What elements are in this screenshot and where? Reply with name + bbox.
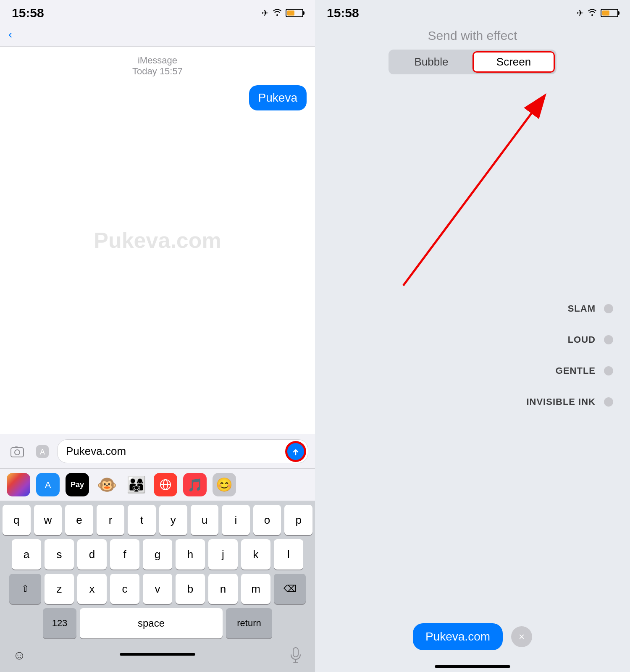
imessage-label: iMessage — [8, 55, 307, 66]
key-delete[interactable]: ⌫ — [274, 574, 306, 604]
keyboard-row-3: ⇧ z x c v b n m ⌫ — [3, 574, 312, 604]
photos-app-icon[interactable] — [7, 473, 30, 496]
app-row: A Pay 🐵 👨‍👩‍👧 🎵 😊 — [0, 468, 315, 501]
effect-tabs: Bubble Screen — [388, 50, 556, 74]
camera-icon[interactable] — [7, 441, 28, 462]
globe-app-icon[interactable] — [154, 473, 177, 496]
keyboard-row-4: 123 space return — [3, 608, 312, 638]
battery-icon-right — [601, 9, 618, 17]
key-e[interactable]: e — [65, 505, 93, 535]
home-indicator-left — [120, 653, 195, 656]
airplane-icon: ✈ — [262, 8, 269, 18]
key-g[interactable]: g — [143, 539, 172, 570]
wifi-icon-right — [587, 8, 597, 18]
key-k[interactable]: k — [241, 539, 270, 570]
key-c[interactable]: c — [110, 574, 139, 604]
svg-rect-0 — [11, 448, 24, 457]
left-panel: 15:58 ✈ ‹ iMessage Today 15:57 Pukeva — [0, 0, 315, 672]
send-button-wrapper — [286, 442, 305, 461]
status-icons-right: ✈ — [577, 8, 618, 18]
key-y[interactable]: y — [159, 505, 187, 535]
watermark: Pukeva.com — [94, 228, 221, 253]
memoji-app-icon[interactable]: 🐵 — [95, 473, 118, 496]
animoji-app-icon[interactable]: 👨‍👩‍👧 — [124, 473, 148, 496]
key-h[interactable]: h — [176, 539, 205, 570]
imessage-time: Today 15:57 — [8, 66, 307, 77]
keyboard-row-2: a s d f g h j k l — [3, 539, 312, 570]
keyboard: q w e r t y u i o p a s d f g h j k l ⇧ … — [0, 501, 315, 643]
key-a[interactable]: a — [12, 539, 41, 570]
key-space[interactable]: space — [80, 608, 223, 638]
nav-bar: ‹ — [0, 24, 315, 47]
key-u[interactable]: u — [191, 505, 219, 535]
key-numbers[interactable]: 123 — [43, 608, 76, 638]
status-bar-left: 15:58 ✈ — [0, 0, 315, 24]
key-shift[interactable]: ⇧ — [9, 574, 41, 604]
more-app-icon[interactable]: 😊 — [213, 473, 236, 496]
key-r[interactable]: r — [97, 505, 125, 535]
svg-text:A: A — [40, 448, 45, 456]
effect-item-slam[interactable]: SLAM — [332, 303, 613, 314]
bottom-bubble-area: Pukeva.com × — [315, 623, 630, 663]
time-right: 15:58 — [327, 6, 359, 20]
key-x[interactable]: x — [77, 574, 107, 604]
key-i[interactable]: i — [222, 505, 250, 535]
right-panel: 15:58 ✈ Send with effect Bubble Screen S… — [315, 0, 630, 672]
cancel-bubble-button[interactable]: × — [511, 626, 532, 647]
key-t[interactable]: t — [128, 505, 156, 535]
bottom-bubble: Pukeva.com — [413, 623, 503, 650]
keyboard-bottom-row: ☺ — [0, 643, 315, 672]
svg-point-1 — [15, 450, 20, 455]
status-icons-left: ✈ — [262, 8, 303, 18]
svg-text:A: A — [45, 480, 51, 490]
tab-screen[interactable]: Screen — [472, 51, 555, 73]
effect-dot-slam — [604, 304, 613, 313]
battery-icon-left — [286, 9, 303, 17]
key-q[interactable]: q — [3, 505, 31, 535]
key-o[interactable]: o — [253, 505, 281, 535]
messages-area: iMessage Today 15:57 Pukeva Pukeva.com — [0, 47, 315, 434]
message-input-text[interactable]: Pukeva.com — [66, 445, 283, 458]
key-j[interactable]: j — [208, 539, 238, 570]
key-f[interactable]: f — [110, 539, 139, 570]
applepay-app-icon[interactable]: Pay — [66, 473, 89, 496]
svg-rect-2 — [15, 446, 18, 448]
key-m[interactable]: m — [241, 574, 270, 604]
back-button[interactable]: ‹ — [8, 28, 12, 41]
send-button[interactable] — [286, 442, 305, 461]
time-left: 15:58 — [12, 6, 44, 20]
home-indicator-right — [435, 665, 510, 668]
effect-dot-gentle — [604, 366, 613, 375]
effect-dot-invisible-ink — [604, 397, 613, 407]
effects-list: SLAM LOUD GENTLE INVISIBLE INK — [315, 87, 630, 623]
key-n[interactable]: n — [208, 574, 238, 604]
send-effect-title: Send with effect — [315, 29, 630, 43]
effect-name-slam: SLAM — [568, 303, 596, 314]
key-l[interactable]: l — [274, 539, 303, 570]
effect-name-loud: LOUD — [568, 334, 596, 345]
key-v[interactable]: v — [143, 574, 172, 604]
effect-name-invisible-ink: INVISIBLE INK — [526, 396, 596, 407]
appstore-app-icon[interactable]: A — [36, 473, 60, 496]
effect-dot-loud — [604, 335, 613, 344]
effect-name-gentle: GENTLE — [556, 365, 596, 376]
appstore-icon[interactable]: A — [32, 441, 53, 462]
message-input-wrapper[interactable]: Pukeva.com — [57, 439, 308, 463]
imessage-header: iMessage Today 15:57 — [8, 55, 307, 77]
effect-item-loud[interactable]: LOUD — [332, 334, 613, 345]
svg-rect-9 — [293, 648, 298, 657]
input-toolbar: A Pukeva.com — [0, 434, 315, 468]
emoji-icon[interactable]: ☺ — [7, 643, 32, 668]
key-s[interactable]: s — [45, 539, 74, 570]
music-app-icon[interactable]: 🎵 — [183, 473, 207, 496]
effect-item-gentle[interactable]: GENTLE — [332, 365, 613, 376]
key-w[interactable]: w — [34, 505, 62, 535]
key-z[interactable]: z — [45, 574, 74, 604]
key-return[interactable]: return — [226, 608, 272, 638]
effect-item-invisible-ink[interactable]: INVISIBLE INK — [332, 396, 613, 407]
key-b[interactable]: b — [176, 574, 205, 604]
key-p[interactable]: p — [284, 505, 312, 535]
tab-bubble[interactable]: Bubble — [390, 51, 472, 73]
key-d[interactable]: d — [77, 539, 107, 570]
dictation-icon[interactable] — [283, 643, 308, 668]
